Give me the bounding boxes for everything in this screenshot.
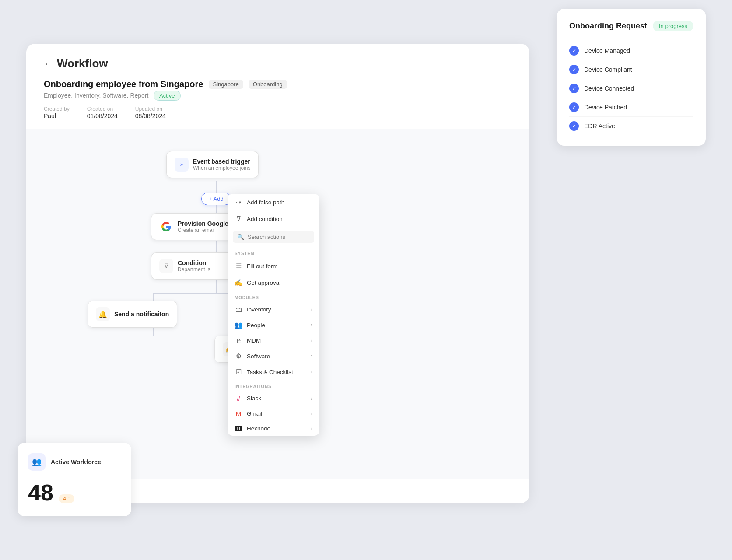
check-icon-1: ✓ [569,46,579,56]
check-item-1: ✓ Device Managed [569,42,693,60]
workforce-card-title: Active Workforce [51,458,101,466]
tasks-item[interactable]: ☑ Tasks & Checklist › [228,364,319,380]
add-false-path-item[interactable]: ⇢ Add false path [228,194,319,210]
back-arrow-icon: ← [44,59,53,69]
hexnode-item[interactable]: H Hexnode › [228,421,319,436]
google-icon [159,220,173,234]
inventory-item[interactable]: 🗃 Inventory › [228,302,319,317]
tasks-arrow-icon: › [311,369,312,375]
workflow-subtitle: Employee, Inventory, Software, Report Ac… [44,92,512,99]
people-icon: 👥 [235,321,242,329]
notify-text: Send a notificaiton [114,311,169,318]
workflow-info: Onboarding employee from Singapore Singa… [44,79,512,120]
gmail-arrow-icon: › [311,411,312,417]
meta-created-on: Created on 01/08/2024 [87,106,118,120]
hexnode-icon: H [235,426,242,431]
form-icon: ☰ [235,262,242,270]
meta-created-by: Created by Paul [44,106,70,120]
active-badge: Active [154,91,180,101]
onboarding-card-title: Onboarding Request [569,21,647,31]
check-item-2: ✓ Device Compliant [569,60,693,79]
check-icon-5: ✓ [569,121,579,131]
main-panel: ← Workflow Onboarding employee from Sing… [26,44,529,503]
get-approval-item[interactable]: ✍ Get approval [228,274,319,291]
check-item-3: ✓ Device Connected [569,79,693,98]
gmail-item[interactable]: M Gmail › [228,406,319,421]
workforce-badge: 4 ↑ [59,494,74,503]
false-path-icon: ⇢ [235,198,242,206]
people-item[interactable]: 👥 People › [228,317,319,333]
tasks-icon: ☑ [235,368,242,376]
software-icon: ⚙ [235,352,242,360]
software-item[interactable]: ⚙ Software › [228,348,319,364]
workforce-card-header: 👥 Active Workforce [28,453,121,471]
onboarding-status-badge: In progress [653,21,693,31]
slack-item[interactable]: # Slack › [228,391,319,406]
hexnode-arrow-icon: › [311,426,312,432]
page-title: Workflow [57,57,108,70]
workforce-card: 👥 Active Workforce 48 4 ↑ [18,443,131,516]
provision-text: Provision Google Create an email [178,220,228,233]
workflow-canvas: » Event based trigger When an employee j… [26,129,529,479]
inventory-icon: 🗃 [235,306,242,313]
gmail-icon: M [235,410,242,417]
mdm-item[interactable]: 🖥 MDM › [228,333,319,348]
search-box[interactable]: 🔍 [233,231,314,243]
add-condition-item[interactable]: ⊽ Add condition [228,210,319,227]
integrations-section-label: INTEGRATIONS [228,380,319,391]
onboarding-card: Onboarding Request In progress ✓ Device … [557,9,706,146]
back-nav[interactable]: ← Workflow [44,57,512,70]
approval-form-icon: ✍ [235,279,242,287]
trigger-text: Event based trigger When an employee joi… [193,158,250,171]
condition-icon: ⊽ [159,259,173,273]
check-icon-3: ✓ [569,84,579,93]
slack-arrow-icon: › [311,396,312,402]
check-item-4: ✓ Device Patched [569,98,693,117]
inventory-arrow-icon: › [311,307,312,313]
people-arrow-icon: › [311,322,312,328]
notify-node[interactable]: 🔔 Send a notificaiton [88,301,177,328]
condition-text: Condition Department is [178,259,210,273]
system-section-label: SYSTEM [228,247,319,258]
workforce-number: 48 [28,480,53,505]
provision-node[interactable]: Provision Google Create an email [151,213,238,240]
meta-updated-on: Updated on 08/08/2024 [135,106,166,120]
add-button[interactable]: + Add [201,192,231,205]
trigger-icon: » [175,158,189,172]
search-input[interactable] [248,234,310,240]
slack-icon: # [235,395,242,402]
software-arrow-icon: › [311,353,312,359]
mdm-icon: 🖥 [235,337,242,344]
dropdown-menu: ⇢ Add false path ⊽ Add condition 🔍 SYSTE… [228,194,319,436]
check-icon-2: ✓ [569,65,579,74]
tag-singapore[interactable]: Singapore [209,80,243,89]
condition-filter-icon: ⊽ [235,215,242,223]
workflow-name: Onboarding employee from Singapore [44,79,203,89]
modules-section-label: MODULES [228,291,319,302]
trigger-node[interactable]: » Event based trigger When an employee j… [166,151,259,178]
mdm-arrow-icon: › [311,338,312,344]
panel-header: ← Workflow Onboarding employee from Sing… [26,44,529,129]
workforce-icon: 👥 [28,453,46,471]
tag-onboarding[interactable]: Onboarding [249,80,287,89]
search-icon: 🔍 [237,234,244,240]
meta-row: Created by Paul Created on 01/08/2024 Up… [44,106,512,120]
check-item-5: ✓ EDR Active [569,117,693,135]
condition-node[interactable]: ⊽ Condition Department is [151,252,238,280]
notify-icon: 🔔 [96,307,110,321]
check-icon-4: ✓ [569,102,579,112]
fill-out-form-item[interactable]: ☰ Fill out form [228,258,319,274]
